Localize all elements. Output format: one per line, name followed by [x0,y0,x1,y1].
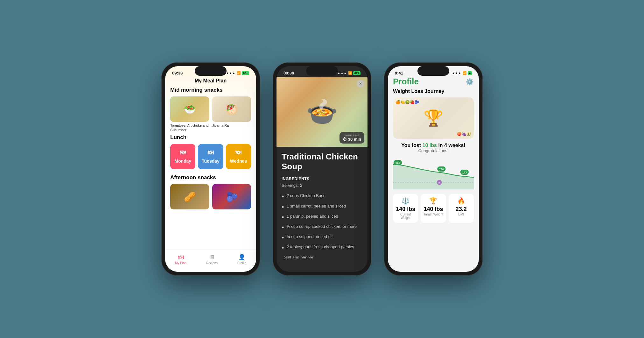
status-icons-2: ▲▲▲ 📶 87+ [337,71,360,75]
tuesday-button[interactable]: 🍽 Tuesday [198,144,223,169]
bmi-label: BMI [451,213,471,216]
phone-profile: 9:41 ▲▲▲ 📶 ■ Profile ⚙️ Weight Loss Jour… [384,62,483,276]
battery-indicator-3: ■ [468,71,472,75]
stat-bmi: 🔥 23.2 BMI [449,194,474,223]
weight-icon: ⚖️ [396,197,416,205]
wednesday-button[interactable]: 🍽 Wednes [226,144,251,169]
signal-icon: ▲▲▲ [226,71,235,75]
ingredient-3: ● 1 parsnip, peeled and sliced [282,212,362,222]
nav-profile-label: Profile [237,261,246,265]
status-icons-1: ▲▲▲ 📶 83+ [226,71,249,75]
bullet-icon: ● [282,224,284,230]
bullet-icon: ● [282,245,284,250]
food-card-salad[interactable]: Tomatoes, Artichoke and Cucumber [170,96,209,132]
status-icons-3: ▲▲▲ 📶 ■ [452,71,472,75]
close-button[interactable]: ✕ [357,80,364,88]
bullet-icon: ● [282,235,284,240]
recipe-image: ✕ PREP TIME ⏱ 30 min [276,77,368,147]
monday-icon: 🍽 [180,149,186,156]
congrats-main: You lost 10 lbs in 4 weeks! [393,143,474,148]
meal-plan-content: Mid morning snacks Tomatoes, Artichoke a… [165,87,256,257]
afternoon-img-berries[interactable] [212,184,251,209]
afternoon-snacks-row [170,184,251,209]
section-title-morning: Mid morning snacks [170,87,251,93]
weight-chart: 148 146 143 ★ [393,158,474,189]
ingredient-1: ● 2 cups Chicken Base [282,191,362,201]
nav-recipes[interactable]: 🖥 Recipes [206,254,218,265]
recipe-content: Traditional Chicken Soup INGREDIENTS Ser… [276,147,368,258]
day-buttons-row: 🍽 Monday 🍽 Tuesday 🍽 Wednes [170,144,251,169]
current-weight-label: Current Weight [396,213,416,220]
tuesday-label: Tuesday [202,158,220,164]
nav-my-plan[interactable]: 🍽 My Plan [175,254,186,265]
status-time-2: 09:38 [284,71,294,75]
screen-profile: 9:41 ▲▲▲ 📶 ■ Profile ⚙️ Weight Loss Jour… [388,66,479,272]
meal-plan-header: My Meal Plan [165,77,256,87]
bottom-nav: 🍽 My Plan 🖥 Recipes 👤 Profile [165,250,256,272]
prep-time-overlay: PREP TIME ⏱ 30 min [340,132,364,144]
stat-target-weight: 🏆 140 lbs Target Weight [421,194,446,223]
ingredient-2: ● 1 small carrot, peeled and sliced [282,201,362,212]
food-img-jicama [212,96,251,122]
bullet-icon: ● [282,194,284,199]
nav-my-plan-label: My Plan [175,261,186,265]
servings-text: Servings: 2 [282,183,362,188]
battery-indicator-2: 87+ [353,71,360,75]
status-time-1: 09:33 [172,71,183,75]
svg-text:146: 146 [439,168,444,171]
profile-content: Profile ⚙️ Weight Loss Journey 🍊🍋🥝🍓🫐 🍑🍇🥑… [388,77,479,257]
battery-indicator-1: 83+ [242,71,249,75]
nav-recipes-label: Recipes [206,261,218,265]
stat-current-weight: ⚖️ 140 lbs Current Weight [393,194,418,223]
bmi-icon: 🔥 [451,197,471,205]
svg-text:148: 148 [396,161,400,165]
monday-button[interactable]: 🍽 Monday [170,144,195,169]
phone-meal-plan: 09:33 ▲▲▲ 📶 83+ My Meal Plan Mid morning… [161,62,260,276]
current-weight-value: 140 lbs [396,206,416,213]
settings-icon[interactable]: ⚙️ [466,78,474,86]
ingredient-5: ● ¼ cup snipped, rinsed dill [282,232,362,242]
notch-2 [306,66,338,76]
congrats-sub: Congratulations! [393,148,474,153]
svg-text:143: 143 [462,171,467,174]
fruit-decoration-2: 🍑🍇🥑 [457,132,471,136]
nav-profile[interactable]: 👤 Profile [237,254,246,265]
trophy-banner: 🍊🍋🥝🍓🫐 🍑🍇🥑 [393,97,474,139]
signal-icon-2: ▲▲▲ [337,71,347,75]
profile-icon: 👤 [238,254,245,261]
bmi-value: 23.2 [451,206,471,213]
monday-label: Monday [174,158,191,164]
food-name-jicama: Jicama Ra [212,123,251,128]
ingredient-4: ● ½ cup cut-up cooked chicken, or more [282,222,362,232]
bullet-icon: ● [282,204,284,210]
section-title-lunch: Lunch [170,134,251,141]
signal-icon-3: ▲▲▲ [452,71,461,75]
wednesday-label: Wednes [230,158,247,164]
wifi-icon-3: 📶 [463,71,466,75]
notch [195,66,227,76]
ingredient-6: ● 2 tablespoons fresh chopped parsley [282,242,362,252]
recipes-icon: 🖥 [209,254,215,261]
recipe-title: Traditional Chicken Soup [282,152,362,172]
screen-recipe: 09:38 ▲▲▲ 📶 87+ ✕ PREP TIME ⏱ 30 min Tra… [276,66,368,272]
food-name-salad: Tomatoes, Artichoke and Cucumber [170,123,209,132]
congrats-section: You lost 10 lbs in 4 weeks! Congratulati… [393,143,474,153]
notch-3 [417,66,449,76]
section-title-afternoon: Afternoon snacks [170,174,251,181]
prep-label: PREP TIME [343,134,361,137]
tuesday-icon: 🍽 [208,149,214,156]
my-plan-icon: 🍽 [178,254,184,261]
prep-time-value: ⏱ 30 min [343,137,361,142]
stats-row: ⚖️ 140 lbs Current Weight 🏆 140 lbs Targ… [393,194,474,223]
svg-text:★: ★ [438,181,440,184]
food-card-jicama[interactable]: Jicama Ra [212,96,251,132]
wifi-icon: 📶 [237,71,241,75]
profile-header: Profile ⚙️ [393,77,474,87]
afternoon-img-nuts[interactable] [170,184,209,209]
trophy-icon: 🏆 [423,197,443,205]
profile-title: Profile [393,77,419,87]
target-weight-value: 140 lbs [423,206,443,213]
bullet-icon: ● [282,214,284,220]
morning-snacks-row: Tomatoes, Artichoke and Cucumber Jicama … [170,96,251,132]
wifi-icon-2: 📶 [348,71,352,75]
